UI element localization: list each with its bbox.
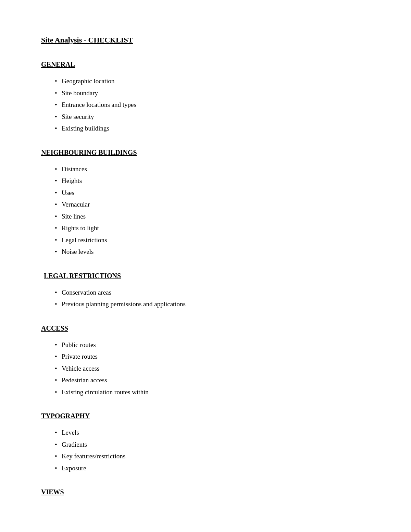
section-heading-legal-restrictions: LEGAL RESTRICTIONS (41, 271, 370, 281)
list-item: Entrance locations and types (55, 100, 370, 110)
section-views: VIEWS (41, 487, 370, 497)
list-item: Vernacular (55, 200, 370, 210)
list-item: Existing circulation routes within (55, 387, 370, 397)
list-item: Noise levels (55, 247, 370, 257)
list-item: Uses (55, 188, 370, 198)
section-neighbouring-buildings: NEIGHBOURING BUILDINGSDistancesHeightsUs… (41, 147, 370, 257)
list-item: Site security (55, 112, 370, 122)
list-item: Exposure (55, 463, 370, 473)
section-heading-neighbouring-buildings: NEIGHBOURING BUILDINGS (41, 147, 370, 158)
list-item: Conservation areas (55, 288, 370, 298)
list-item: Private routes (55, 352, 370, 362)
list-item: Previous planning permissions and applic… (55, 299, 370, 309)
list-item: Public routes (55, 340, 370, 350)
list-item: Legal restrictions (55, 235, 370, 245)
section-legal-restrictions: LEGAL RESTRICTIONSConservation areasPrev… (41, 271, 370, 309)
list-item: Site lines (55, 212, 370, 222)
list-item: Rights to light (55, 223, 370, 233)
section-list-neighbouring-buildings: DistancesHeightsUsesVernacularSite lines… (41, 164, 370, 257)
list-item: Vehicle access (55, 364, 370, 374)
list-item: Key features/restrictions (55, 451, 370, 461)
section-list-legal-restrictions: Conservation areasPrevious planning perm… (41, 288, 370, 309)
section-access: ACCESSPublic routesPrivate routesVehicle… (41, 323, 370, 397)
list-item: Pedestrian access (55, 375, 370, 385)
section-general: GENERALGeographic locationSite boundaryE… (41, 59, 370, 134)
list-item: Site boundary (55, 88, 370, 98)
section-list-general: Geographic locationSite boundaryEntrance… (41, 76, 370, 134)
section-heading-general: GENERAL (41, 59, 370, 70)
list-item: Levels (55, 428, 370, 438)
list-item: Heights (55, 176, 370, 186)
section-typography: TYPOGRAPHY LevelsGradientsKey features/r… (41, 411, 370, 473)
list-item: Distances (55, 164, 370, 174)
section-list-access: Public routesPrivate routesVehicle acces… (41, 340, 370, 397)
list-item: Gradients (55, 440, 370, 450)
section-list-typography: LevelsGradientsKey features/restrictions… (41, 428, 370, 473)
list-item: Existing buildings (55, 124, 370, 134)
section-heading-typography: TYPOGRAPHY (41, 411, 370, 421)
section-heading-views: VIEWS (41, 487, 370, 497)
page-title: Site Analysis - CHECKLIST (41, 34, 370, 46)
list-item: Geographic location (55, 76, 370, 86)
section-heading-access: ACCESS (41, 323, 370, 333)
